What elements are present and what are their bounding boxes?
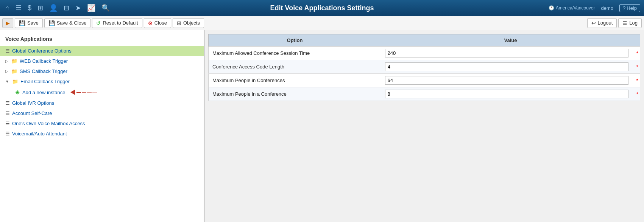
table-row: Maximum Allowed Conference Session Time* bbox=[209, 47, 640, 60]
toolbar: ▶ 💾 Save 💾 Save & Close ↺ Reset to Defau… bbox=[0, 16, 644, 30]
required-indicator: * bbox=[636, 64, 638, 70]
required-indicator: * bbox=[636, 78, 638, 84]
list-icon: ☰ bbox=[5, 110, 10, 116]
folder-icon: 📁 bbox=[12, 79, 18, 84]
logout-icon: ↩ bbox=[591, 20, 596, 26]
top-nav-right: 🕐 America/Vancouver demo ? Help bbox=[481, 4, 640, 12]
table-icon[interactable]: ⊟ bbox=[62, 2, 71, 14]
top-navigation: ⌂ ☰ $ ⊞ 👤 ⊟ ➤ 📈 🔍 Edit Voice Application… bbox=[0, 0, 644, 16]
required-indicator: * bbox=[636, 91, 638, 97]
required-indicator: * bbox=[636, 50, 638, 56]
main-content: Voice Applications ☰ Global Conference O… bbox=[0, 30, 644, 222]
settings-table: Option Value Maximum Allowed Conference … bbox=[208, 34, 640, 101]
dashed-arrow bbox=[76, 92, 97, 93]
folder-icon: 📁 bbox=[11, 58, 17, 64]
log-icon: ☰ bbox=[622, 20, 627, 26]
dollar-icon[interactable]: $ bbox=[26, 3, 33, 14]
sidebar-item-voicemail-auto[interactable]: ☰ Voicemail/Auto Attendant bbox=[0, 129, 204, 139]
nav-icons: ⌂ ☰ $ ⊞ 👤 ⊟ ➤ 📈 🔍 bbox=[4, 2, 163, 14]
sidebar-item-add-instance[interactable]: ⊕ Add a new instance bbox=[0, 87, 204, 98]
search-icon[interactable]: 🔍 bbox=[100, 2, 111, 14]
option-value-cell: * bbox=[381, 74, 640, 87]
list-icon: ☰ bbox=[5, 48, 10, 54]
reset-button[interactable]: ↺ Reset to Default bbox=[92, 18, 142, 28]
sidebar-item-account-self-care[interactable]: ☰ Account Self-Care bbox=[0, 108, 204, 118]
option-label: Maximum People in a Conference bbox=[209, 87, 381, 101]
grid-icon[interactable]: ⊞ bbox=[36, 2, 45, 14]
value-input[interactable] bbox=[385, 49, 629, 57]
list-icon: ☰ bbox=[5, 100, 10, 106]
sidebar-item-email-callback[interactable]: ▼ 📁 Email Callback Trigger bbox=[0, 76, 204, 87]
option-label: Conference Access Code Length bbox=[209, 60, 381, 74]
table-row: Maximum People in a Conference* bbox=[209, 87, 640, 101]
list-icon: ☰ bbox=[5, 131, 10, 137]
sidebar: Voice Applications ☰ Global Conference O… bbox=[0, 30, 204, 222]
log-button[interactable]: ☰ Log bbox=[618, 18, 642, 28]
play-button[interactable]: ▶ bbox=[2, 18, 13, 28]
logout-button[interactable]: ↩ Logout bbox=[587, 18, 617, 28]
save-close-button[interactable]: 💾 Save & Close bbox=[44, 18, 91, 28]
help-icon: ? bbox=[623, 5, 625, 11]
help-button[interactable]: ? Help bbox=[619, 4, 640, 12]
sidebar-item-web-callback[interactable]: ▷ 📁 WEB Callback Trigger bbox=[0, 56, 204, 66]
sidebar-label: Account Self-Care bbox=[12, 110, 52, 116]
tree-toggle-icon: ▼ bbox=[5, 79, 9, 84]
option-value-cell: * bbox=[381, 87, 640, 101]
person-icon[interactable]: 👤 bbox=[48, 2, 59, 14]
sidebar-label: SMS Callback Trigger bbox=[20, 68, 67, 74]
save-icon: 💾 bbox=[19, 20, 25, 26]
sidebar-label: Add a new instance bbox=[22, 90, 65, 95]
value-input[interactable] bbox=[385, 76, 629, 85]
list-icon[interactable]: ☰ bbox=[14, 2, 23, 14]
sidebar-label: One's Own Voice Mailbox Access bbox=[12, 121, 85, 126]
column-option: Option bbox=[209, 34, 381, 47]
folder-icon: 📁 bbox=[11, 68, 17, 74]
plus-circle-icon: ⊕ bbox=[15, 89, 20, 96]
sidebar-item-global-conference[interactable]: ☰ Global Conference Options bbox=[0, 46, 204, 56]
close-icon: ⊗ bbox=[148, 20, 153, 26]
option-value-cell: * bbox=[381, 47, 640, 60]
sidebar-label: Voicemail/Auto Attendant bbox=[12, 131, 67, 137]
timezone-display: 🕐 America/Vancouver bbox=[549, 5, 595, 11]
list-icon: ☰ bbox=[5, 121, 10, 126]
save-close-icon: 💾 bbox=[48, 20, 55, 26]
option-value-cell: * bbox=[381, 60, 640, 74]
arrow-icon[interactable]: ➤ bbox=[74, 2, 83, 14]
sidebar-item-sms-callback[interactable]: ▷ 📁 SMS Callback Trigger bbox=[0, 66, 204, 76]
sidebar-item-global-ivr[interactable]: ☰ Global IVR Options bbox=[0, 98, 204, 108]
objects-button[interactable]: ⊞ Objects bbox=[173, 18, 204, 28]
arrow-head bbox=[70, 90, 75, 95]
tree-toggle-icon: ▷ bbox=[5, 69, 8, 73]
sidebar-label: Email Callback Trigger bbox=[20, 79, 70, 84]
chart-icon[interactable]: 📈 bbox=[86, 2, 97, 14]
user-display: demo bbox=[601, 5, 613, 11]
clock-icon: 🕐 bbox=[549, 5, 554, 11]
close-button[interactable]: ⊗ Close bbox=[144, 18, 171, 28]
column-value: Value bbox=[381, 34, 640, 47]
value-input[interactable] bbox=[385, 62, 629, 71]
table-row: Maximum People in Conferences* bbox=[209, 74, 640, 87]
option-label: Maximum People in Conferences bbox=[209, 74, 381, 87]
sidebar-label: Global IVR Options bbox=[12, 100, 54, 106]
reset-icon: ↺ bbox=[96, 20, 101, 26]
sidebar-label: WEB Callback Trigger bbox=[20, 58, 68, 64]
page-title: Edit Voice Applications Settings bbox=[163, 4, 481, 12]
home-icon[interactable]: ⌂ bbox=[4, 3, 11, 14]
save-button[interactable]: 💾 Save bbox=[15, 18, 43, 28]
tree-toggle-icon: ▷ bbox=[5, 59, 8, 63]
option-label: Maximum Allowed Conference Session Time bbox=[209, 47, 381, 60]
table-row: Conference Access Code Length* bbox=[209, 60, 640, 74]
arrow-annotation bbox=[70, 90, 97, 95]
objects-icon: ⊞ bbox=[177, 20, 181, 26]
sidebar-label: Global Conference Options bbox=[12, 48, 72, 54]
right-panel: Option Value Maximum Allowed Conference … bbox=[204, 30, 644, 222]
value-input[interactable] bbox=[385, 90, 629, 98]
sidebar-title: Voice Applications bbox=[0, 34, 204, 46]
sidebar-item-own-mailbox[interactable]: ☰ One's Own Voice Mailbox Access bbox=[0, 118, 204, 129]
